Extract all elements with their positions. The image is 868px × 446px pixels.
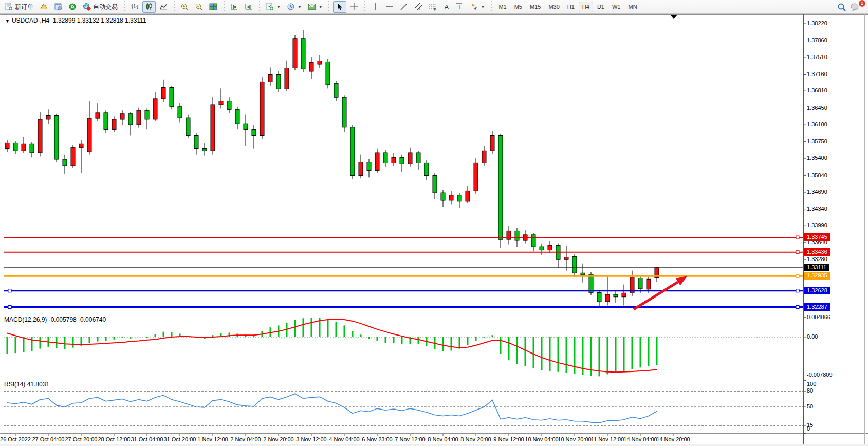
macd-indicator-label: MACD(12,26,9) -0.005798 -0.006740 [4, 316, 106, 323]
timeframe-button-W1[interactable]: W1 [608, 2, 624, 12]
line-drag-handle[interactable] [8, 289, 11, 292]
channel-tool-button[interactable]: E [412, 1, 425, 13]
trendline-tool-button[interactable] [397, 1, 411, 13]
candle-body [548, 245, 552, 250]
chart-shift-button[interactable] [242, 1, 255, 13]
timeframe-button-M15[interactable]: M15 [526, 2, 544, 12]
price-tick-label: 1.36100 [807, 121, 827, 127]
line-drag-handle[interactable] [796, 289, 799, 292]
candle-body [5, 143, 9, 148]
candle-body [13, 143, 17, 151]
timeframe-button-H1[interactable]: H1 [564, 2, 578, 12]
timeframe-button-D1[interactable]: D1 [594, 2, 608, 12]
macd-histogram-bar [97, 337, 99, 342]
chevron-down-icon[interactable]: ▼ [298, 5, 302, 9]
chevron-down-icon[interactable]: ▼ [319, 5, 323, 9]
price-tick-label: 1.38220 [807, 20, 827, 26]
bar-chart-button[interactable] [128, 1, 141, 13]
timeframe-button-MN[interactable]: MN [624, 2, 640, 12]
candle-body [507, 231, 511, 239]
candle-body [367, 162, 371, 171]
chart-canvas[interactable] [0, 0, 868, 446]
candle-body [433, 176, 437, 193]
chart-title-bar[interactable]: ▼USDCAD-,H4 1.32899 1.33132 1.32818 1.33… [5, 17, 146, 24]
price-tick-label: 1.34340 [807, 206, 827, 212]
macd-histogram-bar [467, 337, 469, 345]
timeframe-group: M1M5M15M30H1H4D1W1MN [495, 2, 640, 12]
line-drag-handle[interactable] [796, 251, 799, 254]
time-tick-label: 9 Nov 12:00 [493, 436, 524, 442]
autotrading-button[interactable]: 自动交易 [80, 1, 120, 13]
horizontal-line-tool-button[interactable] [383, 1, 396, 13]
data-window-button[interactable] [51, 1, 65, 13]
candle-body [285, 68, 289, 89]
market-watch-button[interactable] [37, 1, 50, 13]
candle-body [202, 149, 207, 151]
tile-windows-button[interactable] [207, 1, 220, 13]
notification-badge[interactable]: 1 [859, 0, 865, 7]
line-drag-handle[interactable] [8, 306, 11, 309]
candle-body [235, 109, 239, 124]
navigator-icon [68, 3, 77, 11]
new-order-button[interactable]: 新订单 [2, 1, 36, 13]
candle-body [71, 148, 75, 166]
fibonacci-tool-button[interactable]: F [426, 1, 439, 13]
macd-histogram-bar [229, 333, 230, 338]
candle-body [482, 151, 486, 163]
search-icon[interactable] [837, 3, 845, 11]
candle-body [564, 257, 568, 260]
text-tool-button[interactable]: A [440, 1, 453, 13]
chevron-down-icon[interactable]: ▼ [276, 5, 281, 9]
candle-body [178, 107, 182, 118]
line-chart-button[interactable] [157, 1, 170, 13]
line-drag-handle[interactable] [796, 306, 799, 309]
main-toolbar: 新订单 自动交易 [0, 0, 868, 14]
chevron-down-icon[interactable]: ▼ [481, 5, 485, 9]
timeframe-button-M1[interactable]: M1 [495, 2, 510, 12]
candle-body [120, 114, 124, 119]
crosshair-tool-button[interactable] [347, 1, 361, 13]
candle-body [137, 110, 141, 125]
zoom-in-icon [180, 3, 189, 11]
timeframe-button-M30[interactable]: M30 [545, 2, 563, 12]
label-tool-button[interactable]: T [454, 1, 467, 13]
macd-histogram-bar [648, 337, 650, 366]
timeframe-button-H4[interactable]: H4 [579, 2, 593, 12]
equidistant-channel-icon: E [414, 3, 422, 11]
candle-body [276, 75, 281, 89]
vertical-line-tool-button[interactable] [368, 1, 382, 13]
macd-histogram-bar [623, 337, 625, 371]
candle-body [211, 105, 215, 151]
chart-ohlc-readout: 1.32899 1.33132 1.32818 1.33111 [53, 17, 146, 24]
collapse-chart-icon[interactable]: ▼ [5, 18, 10, 24]
notifications-icon[interactable]: 1 [851, 3, 862, 11]
autotrading-label: 自动交易 [93, 3, 118, 11]
time-tick-label: 26 Oct 2022 [0, 436, 31, 442]
svg-text:F: F [434, 8, 436, 11]
macd-histogram-bar [508, 337, 510, 360]
zoom-out-button[interactable] [192, 1, 206, 13]
macd-histogram-bar [105, 337, 107, 341]
macd-histogram-bar [401, 337, 403, 344]
price-tick-label: 1.37510 [807, 54, 827, 60]
macd-histogram-bar [286, 323, 288, 337]
templates-button[interactable]: ▼ [305, 1, 325, 13]
candle-body [96, 113, 100, 118]
candle-body [227, 101, 231, 110]
toolbar-separator [223, 1, 225, 12]
arrows-tool-button[interactable]: ▼ [468, 1, 488, 13]
new-chart-button[interactable]: ▼ [263, 1, 283, 13]
cursor-tool-button[interactable] [333, 1, 346, 13]
periods-button[interactable]: ▼ [284, 1, 304, 13]
navigator-button[interactable] [66, 1, 79, 13]
auto-scroll-button[interactable] [228, 1, 241, 13]
toolbar-separator [173, 1, 175, 12]
macd-histogram-bar [138, 337, 140, 337]
line-drag-handle[interactable] [796, 274, 799, 277]
time-tick-label: 31 Oct 20:00 [164, 436, 196, 442]
timeframe-button-M5[interactable]: M5 [511, 2, 526, 12]
line-drag-handle[interactable] [796, 236, 799, 239]
candle-body [46, 116, 50, 119]
zoom-in-button[interactable] [178, 1, 191, 13]
candlestick-chart-button[interactable] [142, 1, 156, 13]
